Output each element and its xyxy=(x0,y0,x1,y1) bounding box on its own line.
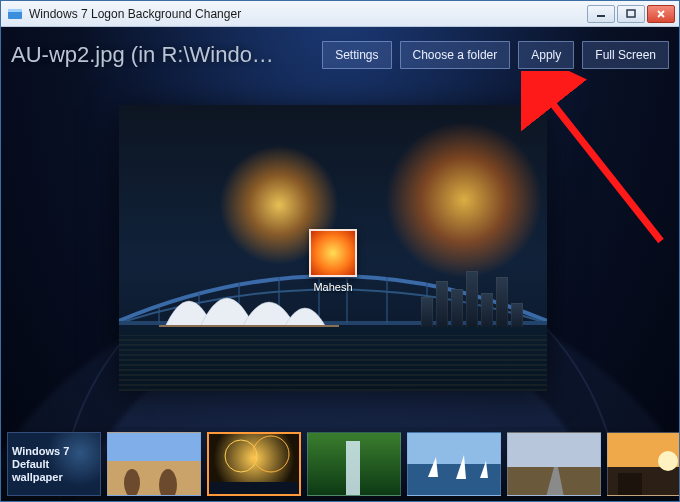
skyline-icon xyxy=(421,263,541,333)
logon-user-card: Mahesh xyxy=(305,229,361,293)
apply-button-label: Apply xyxy=(531,48,561,62)
svg-point-19 xyxy=(159,469,177,495)
apply-button[interactable]: Apply xyxy=(518,41,574,69)
maximize-button[interactable] xyxy=(617,5,645,23)
title-bar[interactable]: Windows 7 Logon Background Changer xyxy=(1,1,679,27)
settings-button-label: Settings xyxy=(335,48,378,62)
toolbar: AU-wp2.jpg (in R:\Windo… Settings Choose… xyxy=(1,33,679,77)
svg-rect-23 xyxy=(346,441,360,495)
water-reflection xyxy=(119,335,547,391)
fullscreen-button[interactable]: Full Screen xyxy=(582,41,669,69)
svg-rect-1 xyxy=(8,9,22,12)
thumbnail-waterfall[interactable] xyxy=(307,432,401,496)
choose-folder-button-label: Choose a folder xyxy=(413,48,498,62)
user-name-label: Mahesh xyxy=(305,281,361,293)
svg-point-18 xyxy=(124,469,140,495)
current-file-label: AU-wp2.jpg (in R:\Windo… xyxy=(11,42,314,68)
thumbnail-default-label: Windows 7 Default wallpaper xyxy=(12,445,72,484)
user-avatar-icon xyxy=(309,229,357,277)
svg-rect-29 xyxy=(618,473,642,495)
thumbnail-road[interactable] xyxy=(507,432,601,496)
svg-rect-22 xyxy=(209,482,299,494)
svg-point-21 xyxy=(253,436,289,472)
firework-icon xyxy=(379,115,547,285)
svg-marker-27 xyxy=(546,467,564,495)
svg-point-28 xyxy=(658,451,678,471)
thumbnail-sunset[interactable] xyxy=(607,432,679,496)
thumbnail-fireworks[interactable] xyxy=(207,432,301,496)
minimize-button[interactable] xyxy=(587,5,615,23)
svg-point-20 xyxy=(225,440,257,472)
fullscreen-button-label: Full Screen xyxy=(595,48,656,62)
thumbnail-desert[interactable] xyxy=(107,432,201,496)
app-window: Windows 7 Logon Background Changer AU-wp… xyxy=(0,0,680,502)
window-controls xyxy=(585,5,675,23)
thumbnail-default[interactable]: Windows 7 Default wallpaper xyxy=(7,432,101,496)
thumbnail-strip[interactable]: Windows 7 Default wallpaper xyxy=(1,427,679,501)
choose-folder-button[interactable]: Choose a folder xyxy=(400,41,511,69)
preview-image: Mahesh xyxy=(119,105,547,391)
thumbnail-boats[interactable] xyxy=(407,432,501,496)
close-button[interactable] xyxy=(647,5,675,23)
app-icon xyxy=(7,6,23,22)
svg-rect-3 xyxy=(627,10,635,17)
window-title: Windows 7 Logon Background Changer xyxy=(29,7,585,21)
svg-marker-25 xyxy=(456,455,466,479)
svg-marker-24 xyxy=(428,457,438,477)
svg-marker-26 xyxy=(480,461,488,478)
settings-button[interactable]: Settings xyxy=(322,41,391,69)
client-area: AU-wp2.jpg (in R:\Windo… Settings Choose… xyxy=(1,27,679,501)
